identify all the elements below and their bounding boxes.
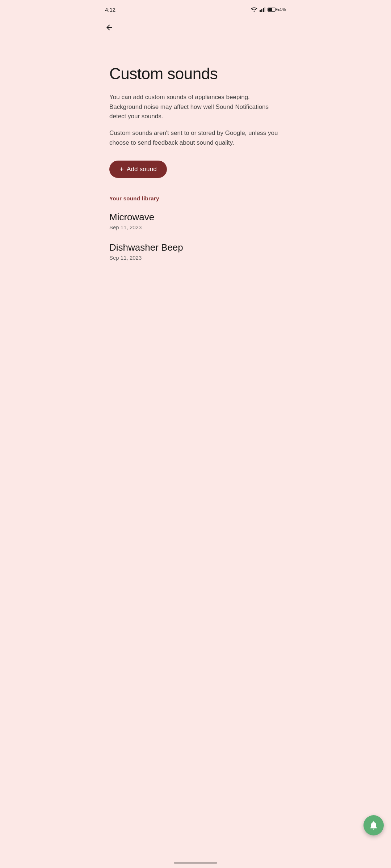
battery-icon [268, 8, 276, 12]
svg-rect-1 [261, 9, 262, 12]
sound-item-1[interactable]: Dishwasher Beep Sep 11, 2023 [109, 242, 282, 261]
wifi-icon [251, 7, 257, 12]
back-button[interactable] [98, 19, 121, 36]
sound-item-0[interactable]: Microwave Sep 11, 2023 [109, 212, 282, 230]
add-sound-label: Add sound [127, 166, 157, 173]
status-bar: 4:12 54% [98, 0, 293, 17]
description-secondary: Custom sounds aren't sent to or stored b… [109, 128, 282, 148]
status-icons: 54% [251, 7, 286, 12]
battery-container: 54% [268, 7, 286, 12]
battery-percentage: 54% [277, 7, 286, 12]
sound-item-0-name: Microwave [109, 212, 282, 223]
svg-rect-0 [260, 10, 261, 12]
section-label: Your sound library [109, 195, 282, 201]
signal-icon [260, 7, 265, 12]
add-sound-button[interactable]: + Add sound [109, 161, 167, 178]
sound-item-0-date: Sep 11, 2023 [109, 224, 282, 230]
svg-rect-3 [264, 7, 265, 12]
plus-icon: + [119, 166, 124, 173]
status-time: 4:12 [105, 7, 115, 13]
page-title: Custom sounds [109, 65, 282, 82]
description-primary: You can add custom sounds of appliances … [109, 93, 282, 121]
sound-item-1-name: Dishwasher Beep [109, 242, 282, 253]
sound-item-1-date: Sep 11, 2023 [109, 255, 282, 261]
back-arrow-icon [105, 23, 114, 32]
main-content: Custom sounds You can add custom sounds … [98, 36, 293, 287]
svg-rect-2 [263, 8, 264, 12]
